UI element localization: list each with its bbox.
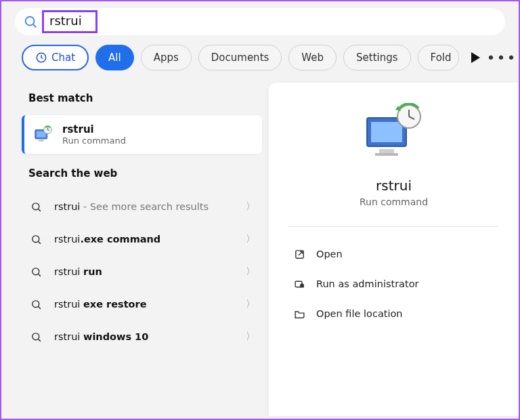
svg-line-16 bbox=[38, 339, 40, 341]
tab-documents-label: Documents bbox=[211, 51, 269, 64]
tab-documents[interactable]: Documents bbox=[198, 45, 282, 70]
chevron-right-icon: 〉 bbox=[246, 298, 255, 310]
search-icon bbox=[23, 14, 38, 29]
more-options-icon[interactable]: ••• bbox=[487, 49, 520, 66]
search-web-heading: Search the web bbox=[28, 167, 262, 180]
open-icon bbox=[293, 248, 305, 260]
search-icon bbox=[26, 299, 46, 310]
svg-point-15 bbox=[32, 333, 39, 339]
action-open[interactable]: Open bbox=[289, 239, 498, 269]
web-result-item[interactable]: rstrui windows 10〉 bbox=[22, 320, 262, 353]
tab-chat[interactable]: Chat bbox=[22, 45, 89, 70]
content-columns: Best match rstrui Run command Search the… bbox=[1, 83, 519, 416]
best-match-title: rstrui bbox=[62, 123, 126, 135]
filter-tabs: Chat All Apps Documents Web Settings Fol… bbox=[1, 35, 519, 83]
svg-line-8 bbox=[38, 209, 40, 211]
svg-line-10 bbox=[38, 241, 40, 243]
search-query-text: rstrui bbox=[49, 14, 82, 28]
action-file-location[interactable]: Open file location bbox=[289, 299, 498, 329]
svg-point-11 bbox=[32, 268, 39, 274]
detail-title: rstrui bbox=[289, 177, 498, 194]
chevron-right-icon: 〉 bbox=[246, 331, 255, 343]
svg-rect-20 bbox=[375, 153, 398, 156]
tab-folders[interactable]: Fold bbox=[418, 45, 459, 70]
web-result-text: rstrui run bbox=[46, 266, 246, 278]
search-icon bbox=[26, 234, 46, 245]
tab-all[interactable]: All bbox=[95, 45, 134, 70]
web-result-item[interactable]: rstrui run〉 bbox=[22, 255, 262, 288]
action-open-label: Open bbox=[316, 249, 343, 259]
web-result-text: rstrui windows 10 bbox=[46, 331, 246, 343]
web-result-item[interactable]: rstrui.exe command〉 bbox=[22, 223, 262, 255]
web-results-list: rstrui - See more search results〉rstrui.… bbox=[22, 190, 262, 353]
bing-chat-icon bbox=[35, 51, 47, 64]
chevron-right-icon: 〉 bbox=[246, 201, 255, 213]
action-location-label: Open file location bbox=[316, 308, 403, 319]
admin-icon bbox=[293, 278, 305, 290]
chevron-right-icon: 〉 bbox=[246, 266, 255, 278]
tab-apps-label: Apps bbox=[154, 51, 179, 64]
search-icon bbox=[26, 266, 46, 278]
best-match-item[interactable]: rstrui Run command bbox=[22, 115, 262, 154]
svg-point-0 bbox=[26, 17, 35, 26]
svg-point-7 bbox=[32, 203, 39, 209]
web-result-text: rstrui.exe command bbox=[46, 233, 246, 246]
action-run-admin[interactable]: Run as administrator bbox=[289, 269, 498, 299]
detail-subtitle: Run command bbox=[289, 196, 498, 207]
results-column: Best match rstrui Run command Search the… bbox=[1, 83, 269, 416]
best-match-subtitle: Run command bbox=[62, 135, 126, 146]
web-result-text: rstrui - See more search results bbox=[46, 201, 246, 213]
svg-line-1 bbox=[33, 24, 36, 27]
action-admin-label: Run as administrator bbox=[316, 278, 419, 289]
tab-settings[interactable]: Settings bbox=[343, 45, 411, 70]
scroll-tabs-right-icon[interactable] bbox=[471, 52, 480, 63]
web-result-text: rstrui exe restore bbox=[46, 298, 246, 311]
divider bbox=[289, 226, 498, 227]
chevron-right-icon: 〉 bbox=[246, 233, 255, 245]
svg-rect-5 bbox=[39, 140, 44, 141]
tab-settings-label: Settings bbox=[356, 51, 398, 64]
search-query-highlight: rstrui bbox=[42, 10, 98, 33]
tab-web-label: Web bbox=[301, 51, 324, 64]
search-icon bbox=[26, 201, 46, 213]
search-icon bbox=[26, 331, 46, 343]
svg-point-9 bbox=[32, 235, 39, 242]
svg-rect-18 bbox=[371, 122, 402, 142]
svg-line-14 bbox=[38, 306, 40, 308]
detail-panel: rstrui Run command Open Run as administr… bbox=[269, 83, 519, 416]
tab-apps[interactable]: Apps bbox=[141, 45, 192, 70]
tab-chat-label: Chat bbox=[51, 51, 75, 64]
best-match-heading: Best match bbox=[28, 92, 262, 104]
web-result-item[interactable]: rstrui exe restore〉 bbox=[22, 288, 262, 320]
system-restore-large-icon bbox=[360, 103, 428, 164]
tab-web[interactable]: Web bbox=[288, 45, 337, 70]
folder-icon bbox=[293, 308, 305, 320]
svg-line-12 bbox=[38, 274, 40, 276]
search-bar[interactable]: rstrui bbox=[15, 8, 505, 35]
tab-all-label: All bbox=[108, 51, 121, 64]
search-row: rstrui bbox=[1, 1, 519, 35]
svg-point-13 bbox=[32, 300, 39, 307]
tab-folders-label: Fold bbox=[431, 51, 452, 64]
system-restore-icon bbox=[32, 125, 53, 145]
web-result-item[interactable]: rstrui - See more search results〉 bbox=[22, 190, 262, 223]
svg-rect-19 bbox=[379, 149, 394, 153]
